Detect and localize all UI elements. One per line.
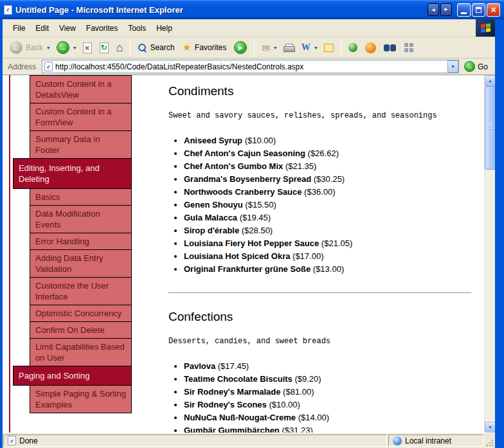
product-item: Northwoods Cranberry Sauce ($36.00) (184, 186, 471, 199)
window-ie-icon: e (4, 5, 12, 15)
sidebar-item[interactable]: Optimistic Concurrency (30, 305, 132, 322)
back-button[interactable]: ← Back (6, 39, 46, 56)
nav-left-button[interactable]: ◄ (428, 3, 439, 16)
menu-edit[interactable]: Edit (30, 21, 54, 35)
sidebar-section-header[interactable]: Paging and Sorting (13, 366, 132, 386)
scroll-thumb[interactable] (485, 86, 495, 170)
product-price: ($19.45) (237, 213, 271, 222)
resize-grip[interactable] (484, 433, 495, 448)
product-name: NuNuCa Nuß-Nougat-Creme (184, 413, 296, 422)
favorites-button[interactable]: ★ Favorites (179, 40, 230, 55)
minimize-button[interactable] (457, 3, 471, 17)
tiles-button[interactable] (401, 41, 417, 54)
sidebar-item[interactable]: Adding Data Entry Validation (30, 249, 132, 278)
research-button[interactable] (381, 42, 399, 53)
go-icon: → (464, 61, 475, 72)
highlight-button[interactable] (362, 40, 379, 55)
category-description: Desserts, candies, and sweet breads (168, 337, 471, 346)
address-page-icon: e (44, 62, 53, 71)
windows-flag-icon (481, 23, 491, 33)
forward-dropdown-button[interactable]: ▼ (71, 44, 78, 51)
favorites-label: Favorites (195, 43, 226, 52)
address-field[interactable]: e http://localhost:4550/Code/DataListRep… (42, 60, 459, 73)
vertical-scrollbar[interactable]: ▲ ▼ (484, 75, 495, 433)
product-name: Sir Rodney's Scones (184, 400, 267, 409)
edit-word-icon: W (302, 42, 310, 53)
product-price: ($28.50) (239, 226, 273, 235)
product-price: ($15.50) (243, 200, 276, 210)
forward-button[interactable]: → (53, 39, 73, 56)
menu-favorites[interactable]: Favorites (81, 21, 123, 35)
refresh-button[interactable]: ↻ (96, 40, 112, 55)
product-name: Gula Malacca (184, 213, 237, 222)
menu-help[interactable]: Help (151, 21, 177, 35)
mail-button[interactable]: ✉ (258, 41, 273, 55)
menu-tools[interactable]: Tools (123, 21, 151, 35)
product-item: Aniseed Syrup ($10.00) (184, 134, 471, 147)
nav-right-button[interactable]: ► (440, 3, 452, 16)
product-price: ($21.35) (283, 161, 316, 171)
forward-icon: → (57, 41, 69, 54)
product-name: Teatime Chocolate Biscuits (184, 374, 292, 384)
search-button[interactable]: Search (134, 41, 177, 54)
product-item: Louisiana Hot Spiced Okra ($17.00) (184, 250, 471, 263)
minimize-icon (461, 12, 467, 14)
sidebar-item[interactable]: Limit Capabilities Based on User (30, 338, 132, 366)
close-button[interactable]: × (487, 3, 500, 17)
sidebar-item[interactable]: Basics (30, 188, 132, 206)
edit-button[interactable]: W (298, 40, 314, 55)
product-name: Chef Anton's Gumbo Mix (184, 161, 283, 171)
edit-dropdown-button[interactable]: ▼ (312, 44, 320, 51)
media-button[interactable]: ▸ (231, 39, 250, 56)
sidebar-item[interactable]: Confirm On Delete (30, 321, 132, 339)
product-name: Louisiana Hot Spiced Okra (184, 251, 290, 261)
menu-bar: File Edit View Favorites Tools Help (3, 19, 495, 37)
sidebar-item[interactable]: Custom Content in a FormView (30, 103, 132, 131)
mail-dropdown-button[interactable]: ▼ (272, 44, 279, 51)
product-name: Original Frankfurter grüne Soße (184, 264, 310, 274)
sidebar-item[interactable]: Summary Data in Footer (30, 130, 132, 159)
scroll-down-button[interactable]: ▼ (485, 422, 495, 433)
product-item: Pavlova ($17.45) (184, 360, 471, 373)
stop-button[interactable]: × (80, 40, 95, 55)
category-title: Confections (168, 310, 471, 324)
binoculars-icon (384, 44, 396, 51)
product-name: Pavlova (184, 361, 215, 371)
product-item: Genen Shouyu ($15.50) (184, 199, 471, 211)
product-price: ($30.25) (311, 174, 345, 184)
discuss-button[interactable] (321, 42, 337, 54)
favorites-star-icon: ★ (182, 42, 191, 53)
sidebar-item[interactable]: Data Modification Events (30, 205, 132, 233)
sidebar-item[interactable]: Custom Content in a DetailsView (30, 75, 132, 103)
product-price: ($13.00) (310, 264, 344, 274)
category-description: Sweet and savory sauces, relishes, sprea… (168, 111, 471, 120)
go-button[interactable]: → Go (463, 61, 492, 72)
sidebar-item[interactable]: Error Handling (30, 233, 132, 250)
product-list: Pavlova ($17.45)Teatime Chocolate Biscui… (168, 360, 471, 433)
zone-text: Local intranet (405, 436, 451, 445)
maximize-button[interactable] (472, 3, 485, 17)
title-bar[interactable]: e Untitled Page - Microsoft Internet Exp… (0, 0, 504, 19)
messenger-button[interactable] (345, 41, 361, 54)
toolbar-separator (130, 40, 130, 55)
print-button[interactable] (280, 42, 297, 54)
address-dropdown-button[interactable]: ▼ (447, 60, 458, 73)
page-viewport: Custom Content in a DetailsViewCustom Co… (3, 75, 495, 433)
product-item: Original Frankfurter grüne Soße ($13.00) (184, 263, 471, 276)
scroll-up-button[interactable]: ▲ (485, 75, 495, 86)
sidebar-item[interactable]: Simple Paging & Sorting Examples (30, 385, 132, 413)
menu-view[interactable]: View (54, 21, 81, 35)
browser-window: e Untitled Page - Microsoft Internet Exp… (0, 0, 504, 448)
product-price: ($81.00) (280, 387, 314, 397)
back-dropdown-button[interactable]: ▼ (45, 44, 52, 51)
flame-icon (365, 42, 376, 53)
home-button[interactable]: ⌂ (113, 40, 127, 55)
product-item: Grandma's Boysenberry Spread ($30.25) (184, 173, 471, 186)
product-price: ($14.00) (296, 413, 329, 422)
status-bar: e Done Local intranet (3, 433, 495, 448)
product-price: ($31.23) (280, 426, 313, 433)
sidebar-item[interactable]: Customize the User Interface (30, 277, 132, 305)
media-icon: ▸ (234, 41, 247, 54)
sidebar-section-header[interactable]: Editing, Inserting, and Deleting (13, 158, 132, 189)
menu-file[interactable]: File (8, 21, 30, 35)
